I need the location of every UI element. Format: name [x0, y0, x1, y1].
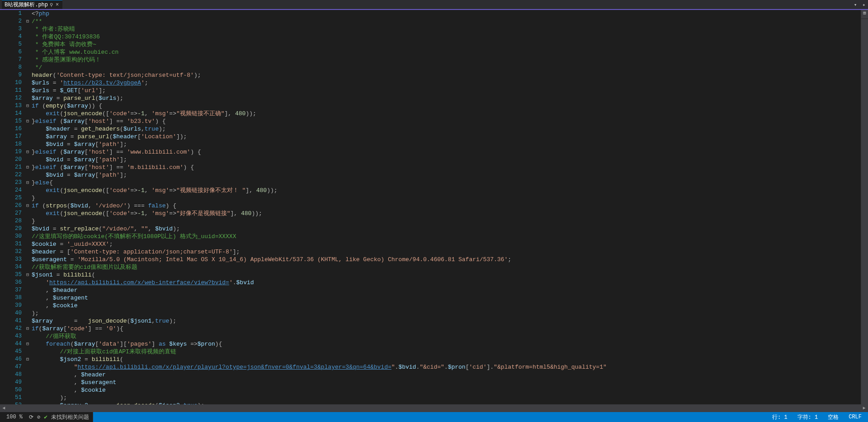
- code-line[interactable]: , $useragent: [32, 379, 861, 386]
- scroll-right-icon[interactable]: ►: [860, 404, 868, 412]
- code-line[interactable]: //循环获取: [32, 333, 861, 340]
- cursor-char[interactable]: 字符: 1: [795, 413, 821, 421]
- code-line[interactable]: $bvid = str_replace("/video/", "", $bvid…: [32, 225, 861, 233]
- code-line[interactable]: //这里填写你的B站cookie(不填解析不到1080P以上) 格式为_uuid…: [32, 233, 861, 240]
- code-line[interactable]: , $header: [32, 371, 861, 379]
- code-line[interactable]: * 免费脚本 请勿收费~: [32, 41, 861, 48]
- code-line[interactable]: foreach($array['data']['pages'] as $keys…: [32, 340, 861, 348]
- code-line[interactable]: //对接上面获取cid值API来取得视频的直链: [32, 348, 861, 356]
- refresh-icon[interactable]: ⟳: [29, 414, 33, 421]
- code-line[interactable]: $array = parse_url($header['Location']);: [32, 133, 861, 141]
- horizontal-scrollbar[interactable]: ◄ ►: [0, 404, 868, 412]
- code-line[interactable]: }elseif ($array['host'] == 'www.bilibili…: [32, 148, 861, 156]
- code-area[interactable]: <?php/** * 作者:苏晓晴 * 作者QQ:3074193836 * 免费…: [31, 10, 861, 404]
- line-endings[interactable]: CRLF: [846, 414, 864, 420]
- fold-marker[interactable]: ⊟: [24, 102, 31, 110]
- code-line[interactable]: * 个人博客 www.toubiec.cn: [32, 48, 861, 56]
- fold-marker[interactable]: ⊟: [24, 164, 31, 171]
- code-line[interactable]: exit(json_encode(['code'=>-1, 'msg'=>"视频…: [32, 187, 861, 194]
- code-line[interactable]: }else{: [32, 179, 861, 187]
- code-line[interactable]: //获取解析需要的cid值和图片以及标题: [32, 263, 861, 271]
- code-line[interactable]: header('Content-type: text/json;charset=…: [32, 71, 861, 79]
- link-icon[interactable]: ⊘: [37, 414, 40, 421]
- code-line[interactable]: if (strpos($bvid, '/video/') === false) …: [32, 202, 861, 210]
- fold-marker[interactable]: ⊟: [24, 179, 31, 187]
- fold-marker[interactable]: ⊟: [24, 340, 31, 348]
- fold-marker[interactable]: ⊟: [24, 117, 31, 125]
- code-line[interactable]: $array = json_decode($json1,true);: [32, 317, 861, 325]
- fold-marker: [24, 171, 31, 179]
- file-tab[interactable]: B站视频解析.php ⚲ ×: [2, 0, 62, 9]
- vertical-scrollbar[interactable]: ⊞: [861, 10, 868, 404]
- code-line[interactable]: );: [32, 309, 861, 317]
- close-icon[interactable]: ×: [55, 2, 60, 8]
- code-line[interactable]: $array_2 = json_decode($json2,true);: [32, 402, 861, 404]
- issues-text[interactable]: 未找到相关问题: [51, 413, 89, 421]
- code-line[interactable]: $bvid = $array['path'];: [32, 141, 861, 148]
- code-line[interactable]: <?php: [32, 10, 861, 18]
- line-number: 29: [0, 225, 22, 233]
- tab-filename: B站视频解析.php: [5, 1, 48, 9]
- code-line[interactable]: 'https://api.bilibili.com/x/web-interfac…: [32, 279, 861, 286]
- split-editor-icon[interactable]: ⊞: [861, 10, 868, 19]
- code-line[interactable]: , $cookie: [32, 302, 861, 309]
- line-number: 1: [0, 10, 22, 18]
- fold-marker[interactable]: ⊟: [24, 356, 31, 363]
- code-line[interactable]: * 感谢墨渊重构的代码！: [32, 56, 861, 64]
- fold-marker: [24, 133, 31, 141]
- pin-icon[interactable]: ⚲: [50, 2, 53, 8]
- code-line[interactable]: $cookie = '_uuid=XXXX';: [32, 240, 861, 248]
- cursor-line[interactable]: 行: 1: [769, 413, 790, 421]
- code-line[interactable]: exit(json_encode(['code'=>-1, 'msg'=>"视频…: [32, 110, 861, 117]
- zoom-level[interactable]: 100 %: [4, 414, 25, 420]
- line-number-gutter: 1234567891011121314151617181920212223242…: [0, 10, 24, 404]
- code-line[interactable]: , $cookie: [32, 386, 861, 394]
- line-number: 32: [0, 248, 22, 256]
- tab-dropdown-icon[interactable]: ▾: [851, 0, 860, 9]
- line-number: 11: [0, 87, 22, 94]
- fold-marker: [24, 379, 31, 386]
- code-line[interactable]: }: [32, 194, 861, 202]
- fold-marker[interactable]: ⊟: [24, 148, 31, 156]
- code-line[interactable]: if($array['code'] == '0'){: [32, 325, 861, 333]
- code-line[interactable]: }: [32, 217, 861, 225]
- code-line[interactable]: $header = get_headers($urls,true);: [32, 125, 861, 133]
- code-line[interactable]: }elseif ($array['host'] == 'm.bilibili.c…: [32, 164, 861, 171]
- code-line[interactable]: $header = ['Content-type: application/js…: [32, 248, 861, 256]
- code-line[interactable]: if (empty($array)) {: [32, 102, 861, 110]
- code-line[interactable]: exit(json_encode(['code'=>-1, 'msg'=>"好像…: [32, 210, 861, 217]
- editor: 1234567891011121314151617181920212223242…: [0, 10, 868, 404]
- code-line[interactable]: , $useragent: [32, 294, 861, 302]
- fold-marker[interactable]: ⊟: [24, 18, 31, 25]
- line-number: 24: [0, 187, 22, 194]
- fold-marker[interactable]: ⊟: [24, 325, 31, 333]
- fold-marker: [24, 348, 31, 356]
- code-line[interactable]: );: [32, 394, 861, 402]
- line-number: 28: [0, 217, 22, 225]
- check-ok-icon: ✔: [44, 413, 47, 421]
- code-line[interactable]: $json1 = bilibili(: [32, 271, 861, 279]
- fold-marker[interactable]: ⊟: [24, 271, 31, 279]
- code-line[interactable]: $bvid = $array['path'];: [32, 156, 861, 164]
- fold-marker[interactable]: ⊟: [24, 202, 31, 210]
- code-line[interactable]: $urls = 'https://b23.tv/3ygbgeA';: [32, 79, 861, 87]
- indent-mode[interactable]: 空格: [825, 413, 841, 421]
- scroll-left-icon[interactable]: ◄: [0, 404, 8, 412]
- code-line[interactable]: $urls = $_GET['url'];: [32, 87, 861, 94]
- code-line[interactable]: * 作者QQ:3074193836: [32, 33, 861, 41]
- line-number: 40: [0, 309, 22, 317]
- fold-marker: [24, 240, 31, 248]
- code-line[interactable]: }elseif ($array['host'] == 'b23.tv') {: [32, 117, 861, 125]
- code-line[interactable]: /**: [32, 18, 861, 25]
- code-line[interactable]: * 作者:苏晓晴: [32, 25, 861, 33]
- code-line[interactable]: $array = parse_url($urls);: [32, 94, 861, 102]
- tab-menu-icon[interactable]: ✦: [859, 0, 868, 9]
- code-line[interactable]: */: [32, 64, 861, 71]
- code-line[interactable]: "https://api.bilibili.com/x/player/playu…: [32, 363, 861, 371]
- fold-marker: [24, 48, 31, 56]
- code-line[interactable]: $bvid = $array['path'];: [32, 171, 861, 179]
- code-line[interactable]: $json2 = bilibili(: [32, 356, 861, 363]
- code-line[interactable]: $useragent = 'Mozilla/5.0 (Macintosh; In…: [32, 256, 861, 263]
- code-line[interactable]: , $header: [32, 286, 861, 294]
- fold-marker: [24, 302, 31, 309]
